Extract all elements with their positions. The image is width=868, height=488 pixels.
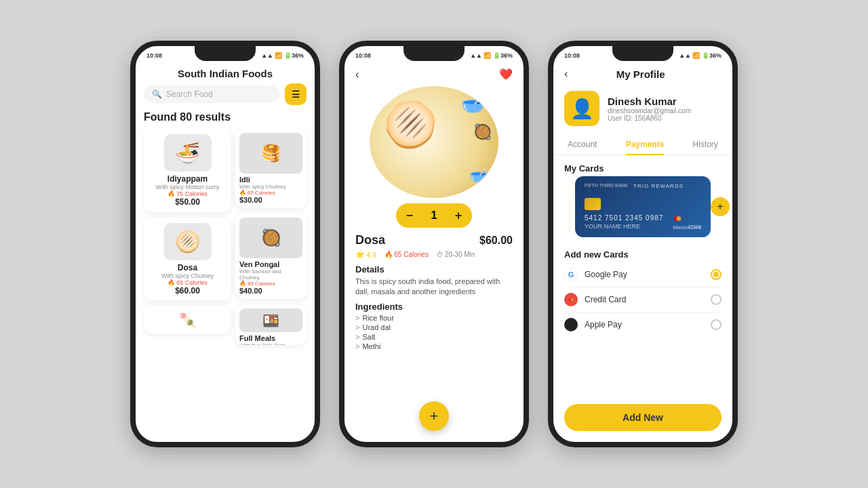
food-price-dosa: $60.00 xyxy=(175,286,200,296)
ingredient-item-3: Salt xyxy=(355,333,513,341)
card-bottom: YOUR NAME HERE 12/20 ●● MasterCard xyxy=(585,223,701,230)
food-time: ⏱ 20-30 Min xyxy=(437,251,475,258)
food-image-dosa: 🫓 xyxy=(164,223,212,260)
phone1-title: South Indian Foods xyxy=(136,62,315,83)
food-price-idiyappam: $50.00 xyxy=(175,197,200,207)
qty-display: 1 xyxy=(420,209,448,222)
payment-item-apple[interactable]: Apple Pay xyxy=(564,312,722,337)
tab-history[interactable]: History xyxy=(693,134,718,155)
card-wrapper: FIFTH THIRD BANK TRIO REWARDS 5412 7501 … xyxy=(564,176,722,237)
tab-payments[interactable]: Payments xyxy=(626,134,665,155)
google-pay-radio[interactable] xyxy=(711,269,722,280)
details-section-title: Details xyxy=(344,264,524,274)
qty-plus-button[interactable]: + xyxy=(448,205,469,226)
phone2-header: ‹ ❤️ xyxy=(344,62,524,86)
profile-section: 👤 Dinesh Kumar dineshsowndar@gmail.com U… xyxy=(553,85,732,131)
search-input-box[interactable]: 🔍 Search Food xyxy=(144,85,279,103)
food-price-pongal: $40.00 xyxy=(239,287,302,295)
add-card-button[interactable]: + xyxy=(711,197,730,216)
ingredients-section-title: Ingredients xyxy=(344,302,524,312)
food-card-meals[interactable]: 🍱 Full Meals With five Side-Dish xyxy=(235,304,307,345)
food-name-price-row: Dosa $60.00 xyxy=(344,233,524,247)
food-name-idiyappam: Idiyappam xyxy=(167,174,208,184)
add-new-button[interactable]: Add New xyxy=(564,404,722,431)
food-name-pongal: Ven Pongal xyxy=(239,260,302,268)
food-detail-image-container: 🫓 🥣 🥣 🥘 xyxy=(344,86,524,198)
add-cards-title: Add new Cards xyxy=(553,244,732,262)
user-name: Dinesh Kumar xyxy=(608,96,691,107)
credit-card-icon: ●● xyxy=(564,293,578,306)
food-card-idiyappam[interactable]: 🍜 Idiyappam With spicy Motton curry 🔥 75… xyxy=(144,129,231,212)
food-card-idli[interactable]: 🥞 Idli With spicy Chutney 🔥 65 Calories … xyxy=(235,129,307,208)
avatar-icon: 👤 xyxy=(570,98,594,120)
card-badge-text: TRIO REWARDS xyxy=(633,183,684,189)
status-signal-1: ▲▲ 📶 🔋36% xyxy=(261,52,304,59)
food-card-pongal[interactable]: 🥘 Ven Pongal With Sambor and Chutney 🔥 8… xyxy=(235,214,307,299)
qty-wrapper: − 1 + xyxy=(396,203,472,228)
food-name-idli: Idli xyxy=(239,176,302,184)
ingredient-item-2: Urad dal xyxy=(355,323,513,331)
credit-card-display: FIFTH THIRD BANK TRIO REWARDS 5412 7501 … xyxy=(575,176,711,237)
user-email: dineshsowndar@gmail.com xyxy=(608,107,691,115)
status-time-3: 10:08 xyxy=(564,52,580,59)
status-time-2: 10:08 xyxy=(355,52,371,59)
payment-item-credit[interactable]: ●● Credit Card xyxy=(564,287,722,312)
card-network-logo: ●● MasterCard xyxy=(673,212,701,230)
chip-icon xyxy=(585,198,601,210)
profile-tabs: Account Payments History xyxy=(553,134,732,155)
phone2-content: ‹ ❤️ 🫓 🥣 🥣 🥘 − 1 + Dosa $60.00 ⭐ 4 xyxy=(344,62,524,442)
food-cal-idli: 🔥 65 Calories xyxy=(239,190,302,196)
food-list-left: 🍜 Idiyappam With spicy Motton curry 🔥 75… xyxy=(144,129,235,420)
favorite-button[interactable]: ❤️ xyxy=(499,68,513,81)
apple-pay-radio[interactable] xyxy=(711,319,722,330)
ingredients-list: Rice flour Urad dal Salt Methi xyxy=(344,314,524,350)
notch-3 xyxy=(612,46,673,61)
food-sub-idiyappam: With spicy Motton curry xyxy=(156,184,220,190)
food-list-right: 🥞 Idli With spicy Chutney 🔥 65 Calories … xyxy=(235,129,307,420)
credit-card-label: Credit Card xyxy=(585,295,704,304)
card-chip-area xyxy=(585,198,701,210)
status-time-1: 10:08 xyxy=(146,52,162,59)
notch-2 xyxy=(403,46,465,61)
search-bar: 🔍 Search Food ☰ xyxy=(136,83,315,105)
qty-minus-button[interactable]: − xyxy=(399,205,420,226)
food-detail-image: 🫓 🥣 🥣 🥘 xyxy=(370,86,498,198)
credit-card-radio[interactable] xyxy=(711,294,722,305)
status-signal-3: ▲▲ 📶 🔋36% xyxy=(679,52,722,59)
card-holder-name: YOUR NAME HERE xyxy=(585,223,640,230)
food-name-meals: Full Meals xyxy=(239,334,302,342)
my-cards-title: My Cards xyxy=(553,158,732,176)
payment-item-google[interactable]: G Google Pay xyxy=(564,262,722,287)
phone-3: 10:08 ▲▲ 📶 🔋36% ‹ My Profile 👤 Dinesh Ku… xyxy=(548,41,738,447)
food-card-dosa[interactable]: 🫓 Dosa With spicy Chutney 🔥 65 Calories … xyxy=(144,218,231,301)
food-sub-meals: With five Side-Dish xyxy=(239,342,302,345)
phone3-content: ‹ My Profile 👤 Dinesh Kumar dineshsownda… xyxy=(553,62,732,442)
status-signal-2: ▲▲ 📶 🔋36% xyxy=(470,52,513,59)
back-button[interactable]: ‹ xyxy=(355,68,359,81)
filter-button[interactable]: ☰ xyxy=(285,83,307,105)
ingredient-item-1: Rice flour xyxy=(355,314,513,322)
ingredient-item-4: Methi xyxy=(355,342,513,350)
food-image-idiyappam: 🍜 xyxy=(164,134,212,171)
filter-icon: ☰ xyxy=(292,89,300,100)
food-image-idli: 🥞 xyxy=(239,133,302,174)
add-to-cart-fab[interactable]: + xyxy=(419,401,449,431)
google-pay-icon: G xyxy=(564,268,578,281)
quantity-control: − 1 + xyxy=(344,203,524,228)
user-avatar: 👤 xyxy=(564,91,599,126)
food-detail-price: $60.00 xyxy=(479,235,513,247)
food-cal-dosa: 🔥 65 Calories xyxy=(167,279,208,286)
user-id: User ID: 156A860 xyxy=(608,115,691,122)
food-sub-pongal: With Sambor and Chutney xyxy=(239,268,302,281)
tab-account[interactable]: Account xyxy=(568,134,597,155)
food-details-text: This is spicy south india food, prepared… xyxy=(344,277,524,298)
food-card-extra[interactable]: 🍡 xyxy=(144,306,231,333)
food-calories: 🔥 65 Calories xyxy=(384,251,429,258)
phone3-header: ‹ My Profile xyxy=(553,62,732,85)
food-list-body: 🍜 Idiyappam With spicy Motton curry 🔥 75… xyxy=(136,129,315,420)
payment-options-list: G Google Pay ●● Credit Card Apple Pay xyxy=(553,262,732,337)
google-pay-label: Google Pay xyxy=(585,270,704,279)
food-meta-row: ⭐ 4.6 🔥 65 Calories ⏱ 20-30 Min xyxy=(344,250,524,259)
search-placeholder: Search Food xyxy=(166,89,213,99)
results-count: Found 80 results xyxy=(136,110,315,123)
